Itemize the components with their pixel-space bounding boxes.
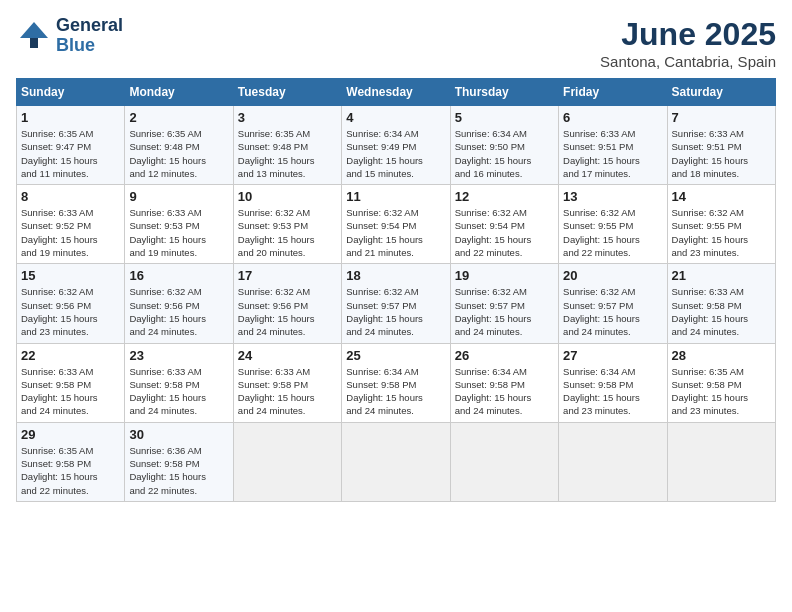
calendar-cell: 22Sunrise: 6:33 AMSunset: 9:58 PMDayligh…	[17, 343, 125, 422]
day-info: Sunrise: 6:33 AMSunset: 9:58 PMDaylight:…	[238, 365, 337, 418]
calendar-cell: 15Sunrise: 6:32 AMSunset: 9:56 PMDayligh…	[17, 264, 125, 343]
logo-text: General Blue	[56, 16, 123, 56]
calendar-cell: 18Sunrise: 6:32 AMSunset: 9:57 PMDayligh…	[342, 264, 450, 343]
calendar-week-3: 15Sunrise: 6:32 AMSunset: 9:56 PMDayligh…	[17, 264, 776, 343]
day-info: Sunrise: 6:35 AMSunset: 9:48 PMDaylight:…	[129, 127, 228, 180]
day-number: 4	[346, 110, 445, 125]
calendar-cell: 26Sunrise: 6:34 AMSunset: 9:58 PMDayligh…	[450, 343, 558, 422]
calendar-cell: 7Sunrise: 6:33 AMSunset: 9:51 PMDaylight…	[667, 106, 775, 185]
day-info: Sunrise: 6:33 AMSunset: 9:52 PMDaylight:…	[21, 206, 120, 259]
calendar-cell: 25Sunrise: 6:34 AMSunset: 9:58 PMDayligh…	[342, 343, 450, 422]
calendar-cell: 1Sunrise: 6:35 AMSunset: 9:47 PMDaylight…	[17, 106, 125, 185]
day-info: Sunrise: 6:32 AMSunset: 9:54 PMDaylight:…	[455, 206, 554, 259]
day-number: 1	[21, 110, 120, 125]
day-info: Sunrise: 6:35 AMSunset: 9:58 PMDaylight:…	[21, 444, 120, 497]
column-header-friday: Friday	[559, 79, 667, 106]
day-info: Sunrise: 6:34 AMSunset: 9:50 PMDaylight:…	[455, 127, 554, 180]
day-number: 11	[346, 189, 445, 204]
day-number: 18	[346, 268, 445, 283]
calendar-cell: 12Sunrise: 6:32 AMSunset: 9:54 PMDayligh…	[450, 185, 558, 264]
day-info: Sunrise: 6:33 AMSunset: 9:53 PMDaylight:…	[129, 206, 228, 259]
day-number: 22	[21, 348, 120, 363]
calendar-week-4: 22Sunrise: 6:33 AMSunset: 9:58 PMDayligh…	[17, 343, 776, 422]
day-info: Sunrise: 6:35 AMSunset: 9:47 PMDaylight:…	[21, 127, 120, 180]
calendar-cell: 27Sunrise: 6:34 AMSunset: 9:58 PMDayligh…	[559, 343, 667, 422]
month-title: June 2025	[600, 16, 776, 53]
day-number: 24	[238, 348, 337, 363]
calendar-cell: 8Sunrise: 6:33 AMSunset: 9:52 PMDaylight…	[17, 185, 125, 264]
calendar-cell: 5Sunrise: 6:34 AMSunset: 9:50 PMDaylight…	[450, 106, 558, 185]
day-info: Sunrise: 6:32 AMSunset: 9:57 PMDaylight:…	[455, 285, 554, 338]
day-number: 26	[455, 348, 554, 363]
day-number: 13	[563, 189, 662, 204]
day-number: 8	[21, 189, 120, 204]
calendar-cell: 6Sunrise: 6:33 AMSunset: 9:51 PMDaylight…	[559, 106, 667, 185]
day-number: 15	[21, 268, 120, 283]
calendar-cell	[342, 422, 450, 501]
day-info: Sunrise: 6:34 AMSunset: 9:58 PMDaylight:…	[346, 365, 445, 418]
calendar-cell: 4Sunrise: 6:34 AMSunset: 9:49 PMDaylight…	[342, 106, 450, 185]
day-info: Sunrise: 6:33 AMSunset: 9:58 PMDaylight:…	[672, 285, 771, 338]
day-info: Sunrise: 6:35 AMSunset: 9:58 PMDaylight:…	[672, 365, 771, 418]
day-number: 6	[563, 110, 662, 125]
calendar-cell: 14Sunrise: 6:32 AMSunset: 9:55 PMDayligh…	[667, 185, 775, 264]
calendar-cell: 30Sunrise: 6:36 AMSunset: 9:58 PMDayligh…	[125, 422, 233, 501]
column-header-sunday: Sunday	[17, 79, 125, 106]
day-number: 29	[21, 427, 120, 442]
calendar-cell: 2Sunrise: 6:35 AMSunset: 9:48 PMDaylight…	[125, 106, 233, 185]
calendar-cell: 24Sunrise: 6:33 AMSunset: 9:58 PMDayligh…	[233, 343, 341, 422]
day-info: Sunrise: 6:33 AMSunset: 9:51 PMDaylight:…	[672, 127, 771, 180]
day-info: Sunrise: 6:34 AMSunset: 9:58 PMDaylight:…	[563, 365, 662, 418]
calendar-cell	[450, 422, 558, 501]
day-info: Sunrise: 6:32 AMSunset: 9:55 PMDaylight:…	[563, 206, 662, 259]
day-info: Sunrise: 6:33 AMSunset: 9:58 PMDaylight:…	[129, 365, 228, 418]
calendar-cell: 13Sunrise: 6:32 AMSunset: 9:55 PMDayligh…	[559, 185, 667, 264]
column-header-tuesday: Tuesday	[233, 79, 341, 106]
day-info: Sunrise: 6:33 AMSunset: 9:51 PMDaylight:…	[563, 127, 662, 180]
calendar-header-row: SundayMondayTuesdayWednesdayThursdayFrid…	[17, 79, 776, 106]
day-info: Sunrise: 6:36 AMSunset: 9:58 PMDaylight:…	[129, 444, 228, 497]
day-number: 21	[672, 268, 771, 283]
logo-icon	[16, 18, 52, 54]
calendar-cell: 9Sunrise: 6:33 AMSunset: 9:53 PMDaylight…	[125, 185, 233, 264]
day-number: 16	[129, 268, 228, 283]
day-info: Sunrise: 6:32 AMSunset: 9:55 PMDaylight:…	[672, 206, 771, 259]
header: General Blue June 2025 Santona, Cantabri…	[16, 16, 776, 70]
calendar-cell	[233, 422, 341, 501]
column-header-saturday: Saturday	[667, 79, 775, 106]
title-area: June 2025 Santona, Cantabria, Spain	[600, 16, 776, 70]
day-number: 20	[563, 268, 662, 283]
calendar-week-1: 1Sunrise: 6:35 AMSunset: 9:47 PMDaylight…	[17, 106, 776, 185]
day-info: Sunrise: 6:32 AMSunset: 9:57 PMDaylight:…	[563, 285, 662, 338]
day-number: 30	[129, 427, 228, 442]
calendar-cell: 10Sunrise: 6:32 AMSunset: 9:53 PMDayligh…	[233, 185, 341, 264]
calendar-cell: 16Sunrise: 6:32 AMSunset: 9:56 PMDayligh…	[125, 264, 233, 343]
calendar-cell: 29Sunrise: 6:35 AMSunset: 9:58 PMDayligh…	[17, 422, 125, 501]
calendar-week-5: 29Sunrise: 6:35 AMSunset: 9:58 PMDayligh…	[17, 422, 776, 501]
day-info: Sunrise: 6:34 AMSunset: 9:49 PMDaylight:…	[346, 127, 445, 180]
day-number: 28	[672, 348, 771, 363]
calendar-week-2: 8Sunrise: 6:33 AMSunset: 9:52 PMDaylight…	[17, 185, 776, 264]
day-number: 12	[455, 189, 554, 204]
day-info: Sunrise: 6:32 AMSunset: 9:57 PMDaylight:…	[346, 285, 445, 338]
day-info: Sunrise: 6:32 AMSunset: 9:53 PMDaylight:…	[238, 206, 337, 259]
day-info: Sunrise: 6:32 AMSunset: 9:56 PMDaylight:…	[129, 285, 228, 338]
day-number: 27	[563, 348, 662, 363]
day-info: Sunrise: 6:32 AMSunset: 9:56 PMDaylight:…	[238, 285, 337, 338]
location-title: Santona, Cantabria, Spain	[600, 53, 776, 70]
day-number: 23	[129, 348, 228, 363]
day-number: 17	[238, 268, 337, 283]
calendar-cell: 19Sunrise: 6:32 AMSunset: 9:57 PMDayligh…	[450, 264, 558, 343]
day-number: 9	[129, 189, 228, 204]
day-number: 5	[455, 110, 554, 125]
day-info: Sunrise: 6:34 AMSunset: 9:58 PMDaylight:…	[455, 365, 554, 418]
logo: General Blue	[16, 16, 123, 56]
calendar-table: SundayMondayTuesdayWednesdayThursdayFrid…	[16, 78, 776, 502]
day-info: Sunrise: 6:32 AMSunset: 9:56 PMDaylight:…	[21, 285, 120, 338]
calendar-cell: 23Sunrise: 6:33 AMSunset: 9:58 PMDayligh…	[125, 343, 233, 422]
day-info: Sunrise: 6:35 AMSunset: 9:48 PMDaylight:…	[238, 127, 337, 180]
column-header-monday: Monday	[125, 79, 233, 106]
calendar-cell: 20Sunrise: 6:32 AMSunset: 9:57 PMDayligh…	[559, 264, 667, 343]
day-number: 3	[238, 110, 337, 125]
calendar-cell: 17Sunrise: 6:32 AMSunset: 9:56 PMDayligh…	[233, 264, 341, 343]
